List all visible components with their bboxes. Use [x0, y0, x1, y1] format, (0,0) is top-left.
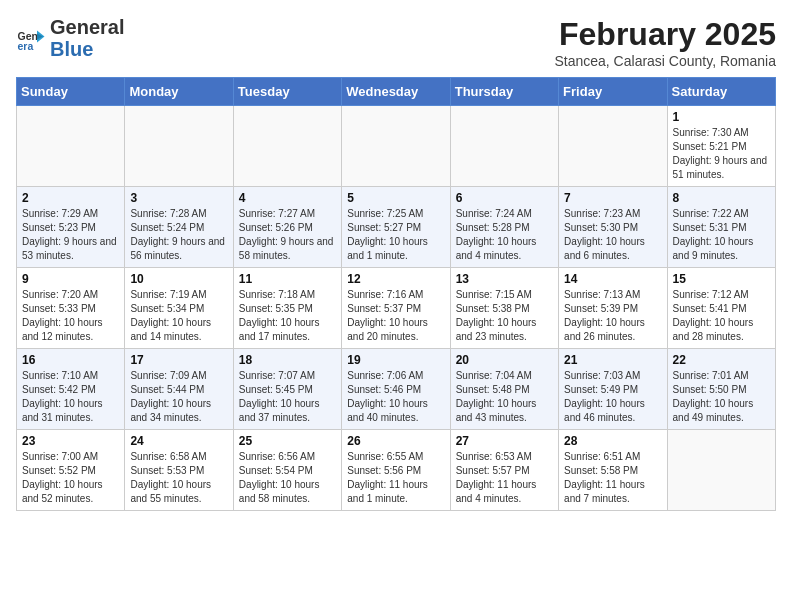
calendar-cell: 4Sunrise: 7:27 AM Sunset: 5:26 PM Daylig…	[233, 187, 341, 268]
weekday-header-friday: Friday	[559, 78, 667, 106]
calendar-cell: 19Sunrise: 7:06 AM Sunset: 5:46 PM Dayli…	[342, 349, 450, 430]
weekday-header-sunday: Sunday	[17, 78, 125, 106]
day-number: 11	[239, 272, 336, 286]
calendar-cell: 25Sunrise: 6:56 AM Sunset: 5:54 PM Dayli…	[233, 430, 341, 511]
calendar-cell: 12Sunrise: 7:16 AM Sunset: 5:37 PM Dayli…	[342, 268, 450, 349]
day-info: Sunrise: 6:56 AM Sunset: 5:54 PM Dayligh…	[239, 450, 336, 506]
title-block: February 2025 Stancea, Calarasi County, …	[554, 16, 776, 69]
day-info: Sunrise: 7:27 AM Sunset: 5:26 PM Dayligh…	[239, 207, 336, 263]
day-number: 6	[456, 191, 553, 205]
day-number: 15	[673, 272, 770, 286]
logo-general: General	[50, 16, 124, 38]
calendar-cell: 6Sunrise: 7:24 AM Sunset: 5:28 PM Daylig…	[450, 187, 558, 268]
day-number: 18	[239, 353, 336, 367]
logo-icon: Gen era	[16, 23, 46, 53]
calendar-cell: 16Sunrise: 7:10 AM Sunset: 5:42 PM Dayli…	[17, 349, 125, 430]
calendar-cell: 2Sunrise: 7:29 AM Sunset: 5:23 PM Daylig…	[17, 187, 125, 268]
calendar-header: SundayMondayTuesdayWednesdayThursdayFrid…	[17, 78, 776, 106]
day-number: 17	[130, 353, 227, 367]
day-info: Sunrise: 7:16 AM Sunset: 5:37 PM Dayligh…	[347, 288, 444, 344]
day-number: 20	[456, 353, 553, 367]
svg-text:era: era	[18, 40, 34, 52]
calendar-week-row: 9Sunrise: 7:20 AM Sunset: 5:33 PM Daylig…	[17, 268, 776, 349]
calendar-week-row: 23Sunrise: 7:00 AM Sunset: 5:52 PM Dayli…	[17, 430, 776, 511]
calendar-cell: 5Sunrise: 7:25 AM Sunset: 5:27 PM Daylig…	[342, 187, 450, 268]
calendar-cell: 1Sunrise: 7:30 AM Sunset: 5:21 PM Daylig…	[667, 106, 775, 187]
day-info: Sunrise: 6:55 AM Sunset: 5:56 PM Dayligh…	[347, 450, 444, 506]
weekday-header-wednesday: Wednesday	[342, 78, 450, 106]
day-number: 1	[673, 110, 770, 124]
day-number: 9	[22, 272, 119, 286]
calendar-cell: 18Sunrise: 7:07 AM Sunset: 5:45 PM Dayli…	[233, 349, 341, 430]
calendar-cell: 27Sunrise: 6:53 AM Sunset: 5:57 PM Dayli…	[450, 430, 558, 511]
day-info: Sunrise: 7:18 AM Sunset: 5:35 PM Dayligh…	[239, 288, 336, 344]
day-info: Sunrise: 7:20 AM Sunset: 5:33 PM Dayligh…	[22, 288, 119, 344]
location: Stancea, Calarasi County, Romania	[554, 53, 776, 69]
day-info: Sunrise: 6:51 AM Sunset: 5:58 PM Dayligh…	[564, 450, 661, 506]
logo-blue: Blue	[50, 38, 124, 60]
day-number: 22	[673, 353, 770, 367]
day-number: 26	[347, 434, 444, 448]
day-info: Sunrise: 7:10 AM Sunset: 5:42 PM Dayligh…	[22, 369, 119, 425]
weekday-header-monday: Monday	[125, 78, 233, 106]
day-number: 5	[347, 191, 444, 205]
month-year: February 2025	[554, 16, 776, 53]
day-info: Sunrise: 7:22 AM Sunset: 5:31 PM Dayligh…	[673, 207, 770, 263]
day-info: Sunrise: 7:09 AM Sunset: 5:44 PM Dayligh…	[130, 369, 227, 425]
day-info: Sunrise: 7:23 AM Sunset: 5:30 PM Dayligh…	[564, 207, 661, 263]
calendar-cell: 14Sunrise: 7:13 AM Sunset: 5:39 PM Dayli…	[559, 268, 667, 349]
calendar-cell: 7Sunrise: 7:23 AM Sunset: 5:30 PM Daylig…	[559, 187, 667, 268]
calendar-cell: 15Sunrise: 7:12 AM Sunset: 5:41 PM Dayli…	[667, 268, 775, 349]
weekday-header-saturday: Saturday	[667, 78, 775, 106]
day-info: Sunrise: 7:25 AM Sunset: 5:27 PM Dayligh…	[347, 207, 444, 263]
day-info: Sunrise: 7:30 AM Sunset: 5:21 PM Dayligh…	[673, 126, 770, 182]
calendar-cell: 13Sunrise: 7:15 AM Sunset: 5:38 PM Dayli…	[450, 268, 558, 349]
weekday-header-row: SundayMondayTuesdayWednesdayThursdayFrid…	[17, 78, 776, 106]
day-number: 3	[130, 191, 227, 205]
day-number: 13	[456, 272, 553, 286]
day-number: 28	[564, 434, 661, 448]
calendar-table: SundayMondayTuesdayWednesdayThursdayFrid…	[16, 77, 776, 511]
calendar-cell: 11Sunrise: 7:18 AM Sunset: 5:35 PM Dayli…	[233, 268, 341, 349]
day-info: Sunrise: 7:19 AM Sunset: 5:34 PM Dayligh…	[130, 288, 227, 344]
day-number: 12	[347, 272, 444, 286]
day-info: Sunrise: 6:53 AM Sunset: 5:57 PM Dayligh…	[456, 450, 553, 506]
calendar-cell: 17Sunrise: 7:09 AM Sunset: 5:44 PM Dayli…	[125, 349, 233, 430]
weekday-header-tuesday: Tuesday	[233, 78, 341, 106]
calendar-body: 1Sunrise: 7:30 AM Sunset: 5:21 PM Daylig…	[17, 106, 776, 511]
calendar-week-row: 2Sunrise: 7:29 AM Sunset: 5:23 PM Daylig…	[17, 187, 776, 268]
weekday-header-thursday: Thursday	[450, 78, 558, 106]
day-info: Sunrise: 7:12 AM Sunset: 5:41 PM Dayligh…	[673, 288, 770, 344]
day-info: Sunrise: 7:03 AM Sunset: 5:49 PM Dayligh…	[564, 369, 661, 425]
logo: Gen era General Blue	[16, 16, 124, 60]
day-number: 4	[239, 191, 336, 205]
day-number: 21	[564, 353, 661, 367]
calendar-cell: 22Sunrise: 7:01 AM Sunset: 5:50 PM Dayli…	[667, 349, 775, 430]
calendar-cell: 10Sunrise: 7:19 AM Sunset: 5:34 PM Dayli…	[125, 268, 233, 349]
day-info: Sunrise: 7:29 AM Sunset: 5:23 PM Dayligh…	[22, 207, 119, 263]
calendar-cell	[667, 430, 775, 511]
day-info: Sunrise: 6:58 AM Sunset: 5:53 PM Dayligh…	[130, 450, 227, 506]
day-info: Sunrise: 7:07 AM Sunset: 5:45 PM Dayligh…	[239, 369, 336, 425]
calendar-cell: 21Sunrise: 7:03 AM Sunset: 5:49 PM Dayli…	[559, 349, 667, 430]
calendar-cell	[342, 106, 450, 187]
calendar-cell	[450, 106, 558, 187]
day-info: Sunrise: 7:15 AM Sunset: 5:38 PM Dayligh…	[456, 288, 553, 344]
day-number: 7	[564, 191, 661, 205]
day-number: 27	[456, 434, 553, 448]
day-info: Sunrise: 7:28 AM Sunset: 5:24 PM Dayligh…	[130, 207, 227, 263]
day-info: Sunrise: 7:24 AM Sunset: 5:28 PM Dayligh…	[456, 207, 553, 263]
day-number: 14	[564, 272, 661, 286]
calendar-cell: 8Sunrise: 7:22 AM Sunset: 5:31 PM Daylig…	[667, 187, 775, 268]
calendar-cell: 20Sunrise: 7:04 AM Sunset: 5:48 PM Dayli…	[450, 349, 558, 430]
day-number: 2	[22, 191, 119, 205]
day-number: 8	[673, 191, 770, 205]
day-number: 25	[239, 434, 336, 448]
day-info: Sunrise: 7:00 AM Sunset: 5:52 PM Dayligh…	[22, 450, 119, 506]
day-number: 10	[130, 272, 227, 286]
day-info: Sunrise: 7:01 AM Sunset: 5:50 PM Dayligh…	[673, 369, 770, 425]
calendar-cell: 26Sunrise: 6:55 AM Sunset: 5:56 PM Dayli…	[342, 430, 450, 511]
day-info: Sunrise: 7:13 AM Sunset: 5:39 PM Dayligh…	[564, 288, 661, 344]
day-info: Sunrise: 7:04 AM Sunset: 5:48 PM Dayligh…	[456, 369, 553, 425]
calendar-cell: 24Sunrise: 6:58 AM Sunset: 5:53 PM Dayli…	[125, 430, 233, 511]
